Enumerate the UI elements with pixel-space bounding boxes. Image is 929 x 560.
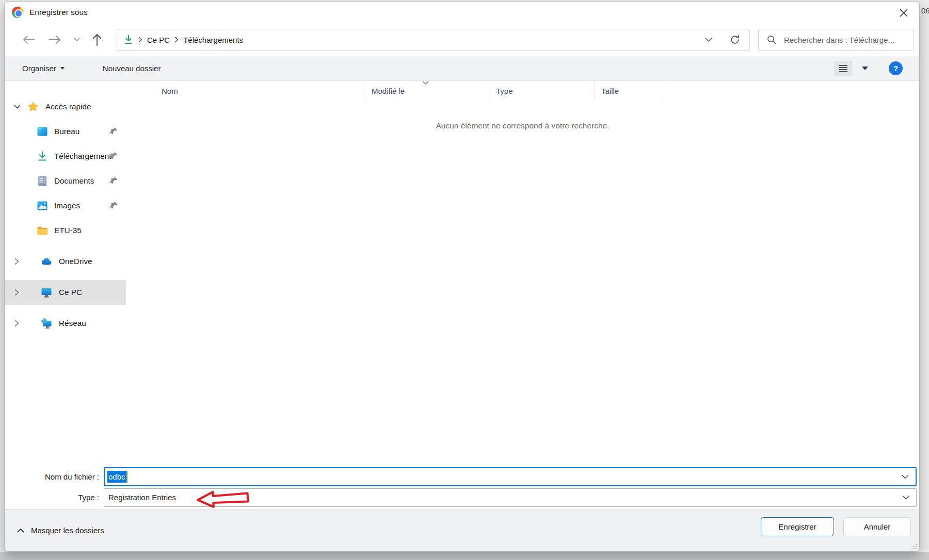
- chevron-down-icon: [14, 105, 21, 109]
- breadcrumb-separator-icon: [174, 37, 179, 43]
- column-header-nom[interactable]: Nom: [126, 81, 364, 101]
- column-label: Taille: [601, 87, 619, 95]
- main-area: Accès rapide Bureau Téléchargement: [5, 81, 919, 465]
- title-bar: Enregistrer sous: [5, 2, 919, 23]
- breadcrumb-ce-pc[interactable]: Ce PC: [147, 36, 170, 44]
- column-header-type[interactable]: Type: [489, 81, 594, 101]
- pin-icon[interactable]: [109, 201, 118, 209]
- filename-input[interactable]: odbc: [104, 467, 917, 486]
- sidebar-item-label: Documents: [54, 176, 94, 186]
- forward-button[interactable]: [48, 35, 61, 44]
- nav-arrows: [5, 33, 116, 46]
- chevron-down-icon: [705, 38, 712, 42]
- help-button[interactable]: ?: [889, 61, 903, 75]
- sidebar-item-onedrive[interactable]: OneDrive: [5, 249, 126, 274]
- chevron-right-icon: [14, 258, 20, 265]
- sidebar-item-label: Images: [54, 201, 80, 210]
- filename-label: Nom du fichier :: [5, 472, 104, 481]
- chevron-right-icon: [14, 320, 20, 327]
- file-form-area: Nom du fichier : odbc Type : Registratio…: [5, 465, 919, 509]
- new-folder-label: Nouveau dossier: [103, 64, 161, 73]
- column-header-spacer: [664, 81, 919, 101]
- command-toolbar: Organiser Nouveau dossier ?: [5, 56, 919, 81]
- sidebar-item-images[interactable]: Images: [5, 193, 126, 218]
- sidebar-item-label: OneDrive: [59, 257, 92, 266]
- hide-folders-toggle[interactable]: Masquer les dossiers: [17, 526, 104, 535]
- pin-icon[interactable]: [109, 126, 118, 135]
- pin-icon[interactable]: [109, 151, 118, 160]
- search-input[interactable]: [784, 36, 908, 44]
- downloads-icon: [123, 35, 134, 45]
- sidebar-item-telechargement[interactable]: Téléchargement: [5, 144, 126, 169]
- text-caret: [126, 471, 128, 483]
- sidebar-item-etu35[interactable]: ETU-35: [5, 218, 126, 243]
- star-icon: [27, 101, 39, 112]
- folder-icon: [37, 225, 48, 236]
- forward-arrow-icon: [48, 35, 61, 44]
- close-icon: [900, 9, 908, 17]
- sidebar-item-label: Ce PC: [59, 288, 82, 297]
- background-strip: [0, 552, 929, 560]
- back-arrow-icon: [22, 35, 36, 44]
- list-view-icon: [839, 64, 848, 73]
- close-button[interactable]: [896, 6, 911, 20]
- chrome-icon: [12, 7, 23, 18]
- navigation-row: Ce PC Téléchargements: [5, 23, 919, 56]
- address-bar[interactable]: Ce PC Téléchargements: [116, 29, 750, 51]
- breadcrumb-telechargements[interactable]: Téléchargements: [183, 36, 243, 44]
- organize-button[interactable]: Organiser: [22, 64, 65, 73]
- cancel-button-label: Annuler: [864, 522, 891, 531]
- document-icon: [37, 175, 48, 187]
- network-icon: [41, 318, 52, 329]
- view-mode-button[interactable]: [834, 61, 853, 76]
- chevron-down-icon[interactable]: [902, 495, 909, 500]
- search-icon: [767, 35, 777, 45]
- back-button[interactable]: [22, 35, 36, 44]
- recent-locations-button[interactable]: [74, 38, 80, 42]
- file-list-area: Nom Modifié le Type Taille Aucun élément…: [126, 81, 919, 465]
- image-icon: [37, 200, 48, 211]
- red-annotation-arrow: [196, 488, 250, 509]
- refresh-button[interactable]: [730, 35, 740, 45]
- view-options-caret[interactable]: [862, 67, 868, 70]
- chevron-down-icon[interactable]: [902, 474, 909, 479]
- chevron-up-icon: [17, 528, 24, 533]
- sort-indicator-icon: [422, 81, 429, 85]
- column-label: Modifié le: [372, 87, 405, 95]
- chevron-down-icon: [74, 38, 80, 42]
- dialog-footer: Masquer les dossiers Enregistrer Annuler: [5, 509, 919, 551]
- desktop-icon: [37, 126, 48, 137]
- navigation-pane: Accès rapide Bureau Téléchargement: [5, 81, 126, 465]
- save-button-label: Enregistrer: [778, 522, 816, 531]
- sidebar-item-ce-pc[interactable]: Ce PC: [5, 280, 126, 305]
- column-header-taille[interactable]: Taille: [594, 81, 664, 101]
- column-header-row: Nom Modifié le Type Taille: [126, 81, 919, 101]
- download-icon: [37, 151, 48, 162]
- breadcrumb-separator-icon: [138, 37, 142, 43]
- up-button[interactable]: [92, 33, 102, 46]
- save-button[interactable]: Enregistrer: [761, 517, 834, 536]
- address-dropdown-button[interactable]: [705, 38, 712, 42]
- background-page-text: 06: [921, 6, 929, 15]
- resize-grip[interactable]: [910, 542, 917, 550]
- sidebar-item-documents[interactable]: Documents: [5, 169, 126, 193]
- refresh-icon: [730, 35, 740, 45]
- empty-folder-message: Aucun élément ne correspond à votre rech…: [126, 121, 919, 130]
- pin-icon[interactable]: [109, 176, 118, 185]
- sidebar-item-bureau[interactable]: Bureau: [5, 119, 126, 144]
- sidebar-item-label: ETU-35: [54, 226, 82, 235]
- sidebar-item-reseau[interactable]: Réseau: [5, 311, 126, 336]
- sidebar-item-label: Bureau: [54, 127, 79, 136]
- cancel-button[interactable]: Annuler: [843, 517, 911, 536]
- new-folder-button[interactable]: Nouveau dossier: [103, 64, 161, 73]
- onedrive-icon: [41, 257, 52, 266]
- organize-label: Organiser: [22, 64, 56, 73]
- filetype-label: Type :: [5, 493, 104, 502]
- sidebar-item-quick-access[interactable]: Accès rapide: [5, 94, 126, 119]
- sidebar-item-label: Accès rapide: [45, 102, 91, 111]
- filetype-value: Registration Entries: [108, 493, 176, 502]
- filetype-select[interactable]: Registration Entries: [104, 488, 917, 507]
- hide-folders-label: Masquer les dossiers: [31, 526, 104, 535]
- search-box[interactable]: [758, 29, 914, 51]
- sidebar-item-label: Réseau: [59, 319, 86, 328]
